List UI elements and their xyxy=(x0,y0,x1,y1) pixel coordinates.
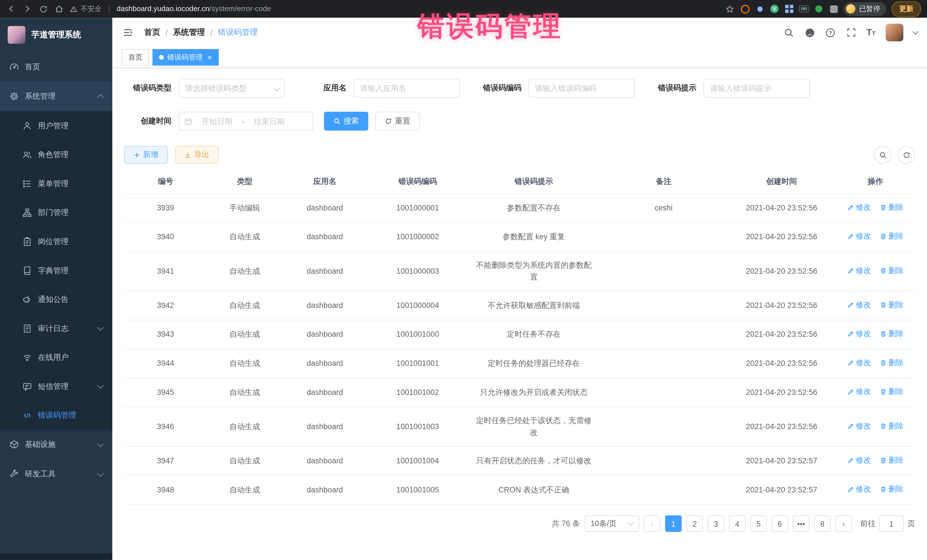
sidebar-item-infrastructure[interactable]: 基础设施 xyxy=(0,430,112,459)
col-remark: 备注 xyxy=(600,170,728,194)
extensions-puzzle-icon[interactable] xyxy=(829,4,838,14)
cell-type: 自动生成 xyxy=(207,349,283,378)
back-icon[interactable] xyxy=(6,3,17,14)
toggle-search-button[interactable] xyxy=(874,146,891,164)
help-icon[interactable]: ? xyxy=(825,27,836,38)
delete-button[interactable]: 删除 xyxy=(879,328,904,340)
edit-button[interactable]: 修改 xyxy=(847,420,871,432)
breadcrumb-system[interactable]: 系统管理 xyxy=(173,27,205,38)
error-type-select-input[interactable] xyxy=(179,79,285,97)
sidebar-item-notices[interactable]: 通知公告 xyxy=(0,285,112,314)
sidebar-item-users[interactable]: 用户管理 xyxy=(0,111,112,140)
sidebar-item-online-users[interactable]: 在线用户 xyxy=(0,343,112,372)
home-icon[interactable] xyxy=(54,3,64,14)
next-page-button[interactable]: › xyxy=(836,515,852,532)
search-button[interactable]: 搜索 xyxy=(324,112,368,131)
sidebar-item-roles[interactable]: 角色管理 xyxy=(0,140,112,169)
export-button[interactable]: 导出 xyxy=(175,146,219,164)
forward-icon[interactable] xyxy=(22,3,32,14)
page-button[interactable]: 6 xyxy=(772,515,788,532)
sidebar-item-error-code[interactable]: 错误码管理 xyxy=(0,401,112,430)
edit-button[interactable]: 修改 xyxy=(847,265,871,276)
sidebar-item-menus[interactable]: 菜单管理 xyxy=(0,169,112,198)
cell-actions: 修改删除 xyxy=(836,194,915,223)
date-range-picker[interactable]: - xyxy=(179,112,313,131)
search-icon[interactable] xyxy=(784,27,794,38)
font-size-icon[interactable]: TT xyxy=(866,27,876,38)
delete-button[interactable]: 删除 xyxy=(879,202,904,213)
sidebar-item-sms[interactable]: 短信管理 xyxy=(0,372,112,401)
edit-button[interactable]: 修改 xyxy=(847,483,871,495)
page-button[interactable]: 1 xyxy=(665,515,682,532)
hamburger-icon[interactable] xyxy=(122,27,134,38)
extension-on-icon[interactable]: on xyxy=(799,4,808,14)
tab-error-code[interactable]: 错误码管理 × xyxy=(153,49,219,65)
reset-button[interactable]: 重置 xyxy=(375,112,419,131)
edit-button[interactable]: 修改 xyxy=(847,328,871,340)
page-size-select[interactable]: 10条/页 xyxy=(585,515,639,532)
delete-button[interactable]: 删除 xyxy=(879,420,904,432)
delete-button[interactable]: 删除 xyxy=(879,299,904,311)
delete-button[interactable]: 删除 xyxy=(879,386,904,398)
page-button[interactable]: 4 xyxy=(729,515,746,532)
delete-button[interactable]: 删除 xyxy=(879,265,904,276)
extension-icon[interactable] xyxy=(814,4,824,14)
edit-button[interactable]: 修改 xyxy=(847,386,871,398)
bookmark-star-icon[interactable] xyxy=(724,3,735,14)
extension-icon[interactable] xyxy=(740,4,749,14)
breadcrumb-home[interactable]: 首页 xyxy=(144,27,160,38)
prev-page-button[interactable]: ‹ xyxy=(644,515,660,532)
chevron-down-icon[interactable] xyxy=(912,29,918,35)
page-button[interactable]: 5 xyxy=(750,515,767,532)
sidebar-collapse-bar[interactable] xyxy=(0,553,112,560)
tab-home[interactable]: 首页 xyxy=(122,49,149,65)
add-button[interactable]: 新增 xyxy=(124,146,168,164)
goto-page-input[interactable] xyxy=(879,515,904,532)
extension-icon[interactable] xyxy=(755,4,764,14)
error-code-input[interactable] xyxy=(529,79,635,97)
delete-button[interactable]: 删除 xyxy=(879,454,904,466)
sidebar-item-home[interactable]: 首页 xyxy=(0,52,112,82)
security-indicator[interactable]: 不安全 xyxy=(70,4,102,14)
close-icon[interactable]: × xyxy=(208,54,212,61)
cell-remark xyxy=(600,349,728,378)
edit-button[interactable]: 修改 xyxy=(847,299,871,311)
user-avatar[interactable] xyxy=(886,24,903,41)
page-button[interactable]: 8 xyxy=(814,515,831,532)
cell-remark xyxy=(600,446,728,476)
edit-button[interactable]: 修改 xyxy=(847,231,871,242)
sidebar-item-audit-log[interactable]: 审计日志 xyxy=(0,314,112,343)
profile-chip[interactable]: 已暂停 xyxy=(844,2,886,16)
sidebar-item-departments[interactable]: 部门管理 xyxy=(0,198,112,227)
error-hint-input[interactable] xyxy=(704,79,810,97)
start-date-input[interactable] xyxy=(195,116,240,126)
vue-devtools-icon[interactable]: V xyxy=(770,4,779,14)
url-host: dashboard.yudao.iocoder.cn xyxy=(117,5,210,13)
page-button[interactable]: 2 xyxy=(686,515,703,532)
page-ellipsis-button[interactable]: ••• xyxy=(793,515,809,532)
app-logo: 芋道管理系统 xyxy=(0,18,112,52)
extension-grid-icon[interactable] xyxy=(784,4,794,14)
app-name-input[interactable] xyxy=(353,79,460,97)
github-icon[interactable] xyxy=(804,27,815,38)
end-date-input[interactable] xyxy=(247,116,292,126)
error-type-select[interactable] xyxy=(179,79,285,97)
sidebar-item-posts[interactable]: 岗位管理 xyxy=(0,227,112,256)
update-button[interactable]: 更新 xyxy=(892,1,921,17)
sidebar-item-dictionary[interactable]: 字典管理 xyxy=(0,256,112,285)
address-bar[interactable]: dashboard.yudao.iocoder.cn/system/error-… xyxy=(117,5,271,13)
sidebar-item-system[interactable]: 系统管理 xyxy=(0,82,112,111)
fullscreen-icon[interactable] xyxy=(846,27,856,38)
reload-icon[interactable] xyxy=(38,3,49,14)
delete-button[interactable]: 删除 xyxy=(879,231,904,242)
page-button[interactable]: 3 xyxy=(708,515,724,532)
cell-hint: 定时任务不存在 xyxy=(468,320,600,349)
edit-button[interactable]: 修改 xyxy=(847,454,871,466)
refresh-table-button[interactable] xyxy=(897,146,915,164)
edit-button[interactable]: 修改 xyxy=(847,357,871,369)
delete-button[interactable]: 删除 xyxy=(879,357,904,369)
delete-button[interactable]: 删除 xyxy=(879,483,904,495)
pagination: 共 76 条 10条/页 ‹ 123456•••8 › 前往 页 xyxy=(112,505,927,532)
edit-button[interactable]: 修改 xyxy=(847,202,871,213)
sidebar-item-dev-tools[interactable]: 研发工具 xyxy=(0,459,112,489)
